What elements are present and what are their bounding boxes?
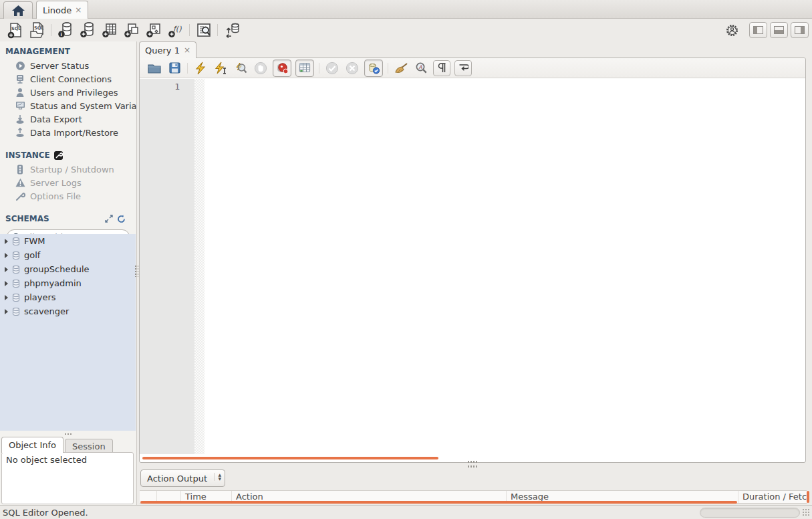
sidebar-item-data-import[interactable]: Data Import/Restore xyxy=(0,126,136,139)
find-icon[interactable]: A xyxy=(413,60,429,76)
sql-editor-toolbar: A xyxy=(140,58,805,78)
create-function-icon[interactable]: f() xyxy=(166,21,184,39)
toolbar-separator xyxy=(319,63,319,74)
autocommit-toggle-icon[interactable] xyxy=(364,60,383,77)
expander-icon[interactable] xyxy=(5,281,8,286)
schema-inspector-icon[interactable]: i xyxy=(56,21,74,39)
sidebar-item-label: Users and Privileges xyxy=(30,88,118,98)
beautify-icon[interactable] xyxy=(393,60,409,76)
stop-on-error-toggle-icon[interactable] xyxy=(273,60,291,77)
connection-tab-linode[interactable]: Linode × xyxy=(36,1,88,19)
save-script-icon[interactable] xyxy=(166,60,182,76)
toggle-right-sidebar-icon[interactable] xyxy=(791,22,809,38)
sidebar-item-label: Status and System Variables xyxy=(30,101,136,111)
search-table-data-icon[interactable] xyxy=(194,21,213,39)
execute-icon[interactable] xyxy=(192,60,209,76)
object-info-box: No object selected xyxy=(1,452,134,504)
toggle-left-sidebar-icon[interactable] xyxy=(749,22,767,38)
home-tab[interactable] xyxy=(3,1,33,19)
sidebar-item-status-variables[interactable]: Status and System Variables xyxy=(0,99,136,112)
sidebar-item-client-connections[interactable]: Client Connections xyxy=(0,72,136,86)
sidebar-item-data-export[interactable]: Data Export xyxy=(0,112,136,126)
chevron-updown-icon: ▲▼ xyxy=(214,473,221,481)
editor-output-splitter[interactable] xyxy=(467,459,478,469)
document-tab-bar: Linode × xyxy=(0,0,812,19)
schema-icon xyxy=(11,237,21,246)
sidebar: MANAGEMENT Server Status Client Connecti… xyxy=(0,41,137,505)
reconnect-dbms-icon[interactable] xyxy=(223,21,241,39)
wrench-badge-icon xyxy=(54,151,63,160)
column-label: Duration / Fetch xyxy=(742,492,807,502)
commit-icon xyxy=(324,60,340,76)
execute-current-icon[interactable] xyxy=(213,60,229,76)
editor-text-area[interactable] xyxy=(205,79,805,454)
close-icon[interactable]: × xyxy=(75,6,82,14)
sidebar-item-startup-shutdown[interactable]: Startup / Shutdown xyxy=(0,163,136,176)
expander-icon[interactable] xyxy=(5,309,8,314)
tab-session[interactable]: Session xyxy=(65,439,113,453)
refresh-schemas-icon[interactable] xyxy=(117,215,126,223)
schema-item-fwm[interactable]: FWM xyxy=(0,234,136,248)
sidebar-item-server-status[interactable]: Server Status xyxy=(0,59,136,72)
output-view-selector[interactable]: Action Output ▲▼ xyxy=(140,470,225,487)
sidebar-item-label: Data Import/Restore xyxy=(30,128,118,138)
open-script-icon[interactable] xyxy=(146,60,162,76)
column-label: Time xyxy=(185,492,207,502)
expander-icon[interactable] xyxy=(5,253,8,258)
management-section-header: MANAGEMENT xyxy=(0,41,136,59)
info-panel-tabs: Object Info Session xyxy=(1,437,113,453)
line-number: 1 xyxy=(174,82,180,92)
create-schema-icon[interactable] xyxy=(78,21,96,39)
create-procedure-icon[interactable] xyxy=(144,21,162,39)
output-horizontal-scrollbar[interactable] xyxy=(140,501,737,504)
sidebar-item-server-logs[interactable]: Server Logs xyxy=(0,176,136,189)
expander-icon[interactable] xyxy=(5,295,8,300)
schema-name: golf xyxy=(24,250,40,260)
schema-name: FWM xyxy=(24,236,45,246)
create-table-icon[interactable] xyxy=(100,21,118,39)
query-tab-label: Query 1 xyxy=(145,45,180,56)
schemas-section-header: SCHEMAS xyxy=(0,209,136,226)
invisible-chars-toggle-icon[interactable] xyxy=(433,60,450,76)
schema-item-phpmyadmin[interactable]: phpmyadmin xyxy=(0,276,136,290)
explain-icon[interactable] xyxy=(233,60,249,76)
home-icon xyxy=(12,5,25,16)
sidebar-item-users-privileges[interactable]: Users and Privileges xyxy=(0,86,136,99)
options-file-icon xyxy=(15,191,25,201)
output-vertical-scrollbar[interactable] xyxy=(807,491,809,503)
schema-item-groupschedule[interactable]: groupSchedule xyxy=(0,262,136,276)
toolbar-separator xyxy=(51,24,51,36)
expand-schemas-icon[interactable] xyxy=(105,215,113,223)
preferences-icon[interactable] xyxy=(726,24,738,37)
toggle-output-area-icon[interactable] xyxy=(770,22,788,38)
column-duration[interactable]: Duration / Fetch xyxy=(738,491,807,503)
sidebar-item-label: Options File xyxy=(30,191,81,201)
tab-label: Session xyxy=(72,441,106,451)
editor-horizontal-scrollbar[interactable] xyxy=(142,457,438,459)
editor-fold-margin xyxy=(194,79,205,454)
word-wrap-toggle-icon[interactable] xyxy=(454,60,472,76)
rollback-icon xyxy=(344,60,360,76)
schema-item-scavenger[interactable]: scavenger xyxy=(0,304,136,318)
expander-icon[interactable] xyxy=(5,239,8,244)
query-tab[interactable]: Query 1 × xyxy=(139,41,196,58)
sidebar-item-label: Data Export xyxy=(30,114,82,124)
schema-icon xyxy=(11,265,21,274)
main-toolbar: SQL SQL i f() xyxy=(0,19,812,41)
expander-icon[interactable] xyxy=(5,267,8,272)
sidebar-item-options-file[interactable]: Options File xyxy=(0,189,136,203)
sql-editor-body[interactable]: 1 xyxy=(140,79,805,454)
status-variables-icon xyxy=(15,101,25,110)
sidebar-vertical-splitter[interactable] xyxy=(134,265,138,277)
open-sql-script-icon[interactable]: SQL xyxy=(28,21,46,39)
tab-object-info[interactable]: Object Info xyxy=(1,437,63,453)
schema-list: FWM golf groupSchedule phpmyadmin player… xyxy=(0,234,136,431)
tab-label: Object Info xyxy=(9,440,56,450)
schema-item-players[interactable]: players xyxy=(0,290,136,304)
close-icon[interactable]: × xyxy=(184,46,190,54)
limit-rows-toggle-icon[interactable] xyxy=(295,60,314,77)
resize-grip[interactable] xyxy=(802,508,811,517)
new-sql-tab-icon[interactable]: SQL xyxy=(6,21,24,39)
schema-item-golf[interactable]: golf xyxy=(0,248,136,262)
create-view-icon[interactable] xyxy=(122,21,140,39)
